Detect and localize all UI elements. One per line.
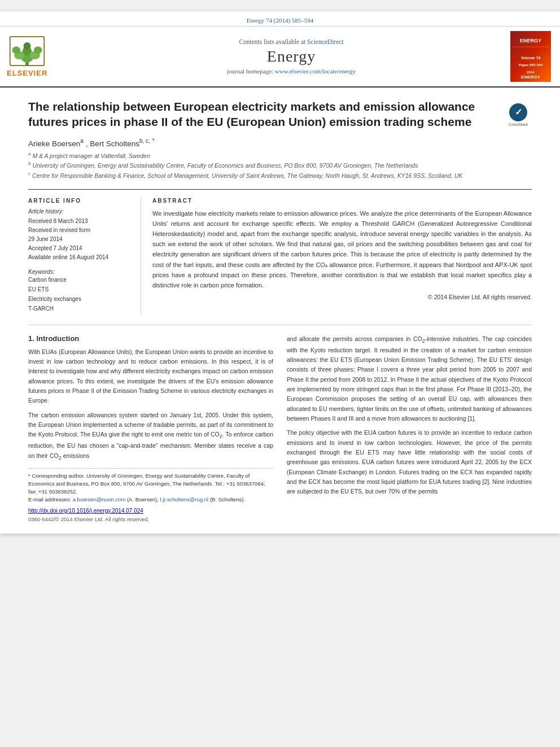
right-paragraph-2: The policy objective with the EUA carbon… — [287, 428, 532, 496]
body-left-col: 1. Introduction With EUAs (European Allo… — [28, 334, 273, 522]
article-title: The relationship between European electr… — [28, 99, 498, 130]
page: Energy 74 (2014) 585–594 ELSEVI — [0, 11, 560, 534]
article-title-section: The relationship between European electr… — [28, 99, 532, 130]
revised-label: Received in revised form — [28, 226, 133, 235]
authors-line: Arieke Boersena , Bert Scholtensb, c, * — [28, 138, 532, 148]
journal-top-bar: Energy 74 (2014) 585–594 — [0, 11, 560, 27]
abstract-copyright: © 2014 Elsevier Ltd. All rights reserved… — [152, 294, 532, 300]
footnote-corresponding: * Corresponding author. University of Gr… — [28, 472, 273, 496]
svg-text:ENERGY: ENERGY — [520, 38, 541, 43]
journal-header: ELSEVIER Contents lists available at Sci… — [0, 27, 560, 88]
author-scholtens: , Bert Scholtens — [86, 139, 139, 147]
doi-line[interactable]: http://dx.doi.org/10.1016/j.energy.2014.… — [28, 508, 273, 514]
issn-line: 0360-5442/© 2014 Elsevier Ltd. All right… — [28, 516, 273, 522]
author-boersen-sup: a — [80, 138, 84, 144]
elsevier-logo: ELSEVIER — [7, 36, 47, 77]
history-label: Article history: — [28, 208, 133, 215]
revised-date: 29 June 2014 — [28, 235, 133, 244]
body-content: 1. Introduction With EUAs (European Allo… — [28, 334, 532, 522]
keywords-section: Keywords: Carbon finance EU ETS Electric… — [28, 269, 133, 313]
svg-text:2014: 2014 — [527, 71, 535, 74]
journal-title-area: Contents lists available at ScienceDirec… — [80, 31, 502, 82]
elsevier-tree-icon — [7, 36, 47, 67]
sciencedirect-link[interactable]: Contents lists available at ScienceDirec… — [239, 38, 343, 45]
author-boersen: Arieke Boersen — [28, 139, 80, 147]
elsevier-logo-area: ELSEVIER — [7, 31, 75, 82]
keyword-3: Electricity exchanges — [28, 294, 133, 304]
accepted-date: Accepted 7 July 2014 — [28, 244, 133, 253]
affiliation-b: b University of Groningen, Energy and Su… — [28, 160, 532, 170]
affiliation-a: a M & A project manager at Vattenfall, S… — [28, 151, 532, 160]
intro-paragraph-1: With EUAs (European Allowance Units), th… — [28, 347, 273, 406]
svg-point-6 — [12, 46, 21, 54]
body-right-col: and allocate the permits across companie… — [287, 334, 532, 522]
introduction-heading: 1. Introduction — [28, 334, 273, 343]
available-date: Available online 16 August 2014 — [28, 253, 133, 262]
keyword-4: T-GARCH — [28, 304, 133, 313]
intro-paragraph-2: The carbon emission allowances system st… — [28, 410, 273, 462]
footnotes: * Corresponding author. University of Gr… — [28, 468, 273, 504]
svg-text:Pages 585–594: Pages 585–594 — [519, 63, 543, 67]
right-paragraph-1: and allocate the permits across companie… — [287, 334, 532, 423]
journal-cover-area: ENERGY Volume 74 Pages 585–594 2014 — [508, 31, 553, 82]
section-divider — [28, 325, 532, 325]
affiliation-c: c Centre for Responsible Banking & Finan… — [28, 171, 532, 180]
svg-text:Volume 74: Volume 74 — [521, 56, 541, 60]
sciencedirect-anchor[interactable]: ScienceDirect — [307, 38, 344, 45]
email-link-scholtens[interactable]: l.jr.scholtens@rug.nl — [160, 496, 209, 503]
doi-link[interactable]: http://dx.doi.org/10.1016/j.energy.2014.… — [28, 508, 143, 514]
crossmark-icon: ✓ — [509, 103, 527, 121]
crossmark-badge: ✓ CrossMark — [505, 101, 532, 128]
elsevier-brand-text: ELSEVIER — [7, 69, 47, 77]
article-info-abstract-section: ARTICLE INFO Article history: Received 8… — [28, 189, 532, 313]
journal-cover-image: ENERGY Volume 74 Pages 585–594 2014 — [510, 31, 551, 82]
article-info-column: ARTICLE INFO Article history: Received 8… — [28, 198, 141, 313]
footnote-emails: E-mail addresses: a.boersen@nuon.com (A.… — [28, 496, 273, 504]
journal-reference: Energy 74 (2014) 585–594 — [247, 17, 314, 24]
main-content: The relationship between European electr… — [0, 88, 560, 534]
received-date: Received 8 March 2013 — [28, 217, 133, 226]
keyword-1: Carbon finance — [28, 275, 133, 285]
svg-point-3 — [24, 42, 31, 50]
abstract-column: ABSTRACT We investigate how electricity … — [152, 198, 532, 313]
keyword-2: EU ETS — [28, 285, 133, 294]
author-asterisk: * — [152, 138, 155, 144]
affiliations: a M & A project manager at Vattenfall, S… — [28, 151, 532, 180]
journal-homepage: journal homepage: www.elsevier.com/locat… — [227, 68, 356, 75]
keywords-label: Keywords: — [28, 269, 133, 275]
author-scholtens-sup: b, c, — [139, 138, 150, 144]
abstract-text: We investigate how electricity markets r… — [152, 208, 532, 290]
crossmark-label: CrossMark — [509, 123, 528, 126]
abstract-label: ABSTRACT — [152, 198, 532, 204]
svg-point-7 — [34, 46, 42, 54]
article-info-label: ARTICLE INFO — [28, 198, 133, 204]
journal-homepage-link[interactable]: www.elsevier.com/locate/energy — [275, 68, 356, 75]
email-link-boersen[interactable]: a.boersen@nuon.com — [73, 496, 126, 503]
journal-name: Energy — [267, 47, 316, 65]
